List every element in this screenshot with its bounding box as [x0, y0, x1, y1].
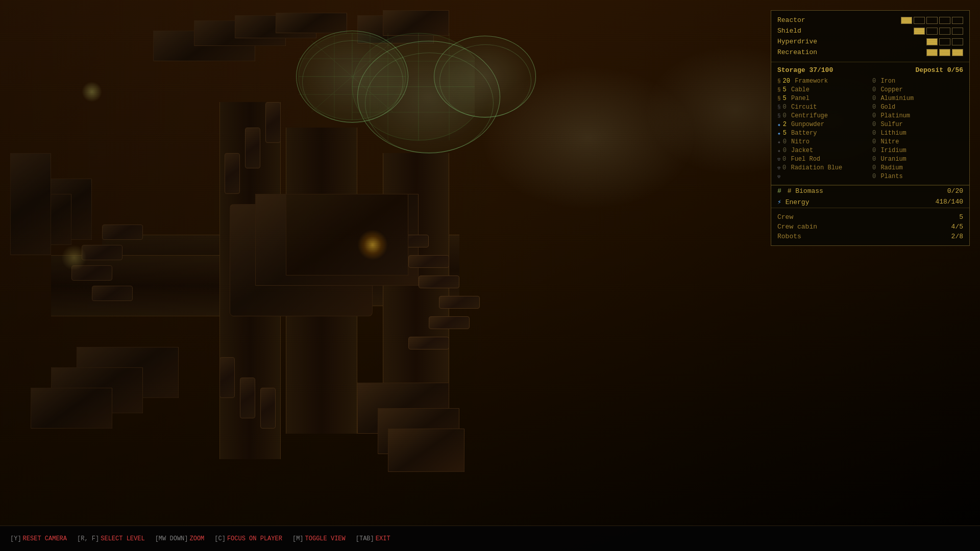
fuelrod-icon: ☢	[777, 156, 780, 162]
crew-cabin-value: 4/5	[951, 223, 963, 231]
resources-grid: § 20 Framework 0 Iron § 5 Cable 0 Copper…	[777, 77, 963, 181]
resource-cable: § 5 Cable	[777, 86, 868, 94]
bar-2	[926, 28, 938, 35]
zoom-label: ZOOM	[189, 535, 204, 542]
platinum-amount: 0	[872, 112, 876, 119]
resource-panel: § 5 Panel	[777, 94, 868, 103]
jacket-icon: ✦	[777, 147, 781, 154]
panel-name: Panel	[788, 95, 810, 102]
pipe	[429, 316, 470, 329]
bar-3	[926, 17, 938, 24]
hyperdrive-label: Hyperdrive	[777, 38, 828, 45]
radiationblue-name: Radiation Blue	[787, 164, 842, 171]
resource-iridium: 0 Iridium	[872, 146, 963, 155]
biomass-value: 0/20	[947, 187, 963, 195]
centrifuge-amount: 0	[783, 112, 787, 119]
shield-label: Shield	[777, 27, 828, 35]
uranium-name: Uranium	[877, 156, 906, 163]
crew-section: Crew 5 Crew cabin 4/5 Robots 2/8	[771, 208, 969, 245]
hotkey-exit[interactable]: [TAB] EXIT	[356, 535, 390, 542]
ship-section	[10, 153, 51, 255]
pipe	[92, 286, 133, 301]
bar-4	[952, 28, 963, 35]
energy-value: 418/140	[935, 198, 963, 206]
pipe	[408, 255, 449, 268]
framework-name: Framework	[791, 78, 828, 85]
sulfur-name: Sulfur	[877, 121, 902, 128]
iridium-name: Iridium	[877, 147, 906, 154]
dome-grid-svg	[296, 31, 475, 168]
exit-label: EXIT	[376, 535, 390, 542]
nitro-name: Nitro	[788, 138, 810, 145]
hyperdrive-row: Hyperdrive	[777, 36, 963, 47]
recreation-label: Recreation	[777, 48, 828, 56]
central-platform	[286, 194, 408, 276]
ship-section	[31, 388, 112, 429]
resource-radiationblue: ☢ 0 Radiation Blue	[777, 164, 868, 172]
resource-sulfur: 0 Sulfur	[872, 120, 963, 129]
hotkey-focus-player[interactable]: [C] FOCUS ON PLAYER	[214, 535, 282, 542]
resource-gunpowder: ✦ 2 Gunpowder	[777, 120, 868, 129]
circuit-icon: §	[777, 104, 781, 110]
toggle-view-key: [M]	[292, 535, 304, 542]
bar-5	[952, 17, 963, 24]
robots-label: Robots	[777, 233, 801, 240]
toggle-view-label: TOGGLE VIEW	[305, 535, 346, 542]
gold-name: Gold	[877, 104, 895, 111]
aluminium-amount: 0	[872, 95, 876, 102]
nitro-amount: 0	[783, 138, 787, 145]
framework-icon: §	[777, 78, 781, 84]
pipe	[225, 153, 240, 194]
hotkey-toggle-view[interactable]: [M] TOGGLE VIEW	[292, 535, 346, 542]
iron-name: Iron	[877, 78, 895, 85]
reset-camera-key: [Y]	[10, 535, 21, 542]
plants-amount: 0	[872, 173, 876, 180]
copper-name: Copper	[877, 86, 902, 93]
recreation-bars	[926, 49, 963, 56]
bar-2	[914, 17, 925, 24]
iridium-amount: 0	[872, 147, 876, 154]
reactor-label: Reactor	[777, 16, 828, 24]
focus-player-label: FOCUS ON PLAYER	[227, 535, 282, 542]
panel-icon: §	[777, 95, 781, 102]
fuelrod-amount: 0	[782, 156, 786, 163]
shield-row: Shield	[777, 26, 963, 36]
energy-icon: ⚡	[777, 198, 781, 206]
hotkey-zoom[interactable]: [MW DOWN] ZOOM	[155, 535, 205, 542]
storage-header: Storage 37/100 Deposit 0/56	[777, 66, 963, 74]
resource-empty: ☢	[777, 172, 868, 181]
pipe	[265, 102, 281, 143]
bar-3	[952, 49, 963, 56]
bottom-bar: [Y] RESET CAMERA [R, F] SELECT LEVEL [MW…	[0, 525, 980, 551]
pipe	[419, 276, 459, 288]
focus-player-key: [C]	[214, 535, 226, 542]
crew-value: 5	[959, 213, 963, 221]
resource-circuit: § 0 Circuit	[777, 103, 868, 111]
pipe	[245, 128, 260, 168]
resource-platinum: 0 Platinum	[872, 112, 963, 120]
radiation-icon: ☢	[777, 165, 780, 171]
lithium-amount: 0	[872, 130, 876, 137]
robots-row: Robots 2/8	[777, 232, 963, 241]
bar-2	[939, 38, 950, 45]
plants-name: Plants	[877, 173, 902, 180]
systems-section: Reactor Shield Hyperdrive	[771, 11, 969, 62]
jacket-amount: 0	[783, 147, 787, 154]
storage-section: Storage 37/100 Deposit 0/56 § 20 Framewo…	[771, 62, 969, 185]
nitro-icon: ✦	[777, 139, 781, 145]
zoom-key: [MW DOWN]	[155, 535, 188, 542]
energy-text: Energy	[786, 198, 810, 206]
cable-amount: 5	[783, 86, 787, 93]
pipe	[240, 378, 255, 418]
battery-icon: ✦	[777, 130, 781, 137]
glow-element	[357, 230, 388, 260]
glow-element	[61, 245, 87, 270]
cable-icon: §	[777, 87, 781, 93]
radiationblue-amount: 0	[782, 164, 786, 171]
gunpowder-name: Gunpowder	[788, 121, 824, 128]
hud-panel: Reactor Shield Hyperdrive	[771, 10, 970, 246]
resource-copper: 0 Copper	[872, 86, 963, 94]
gunpowder-amount: 2	[783, 121, 787, 128]
hotkey-reset-camera[interactable]: [Y] RESET CAMERA	[10, 535, 67, 542]
hotkey-select-level[interactable]: [R, F] SELECT LEVEL	[77, 535, 145, 542]
